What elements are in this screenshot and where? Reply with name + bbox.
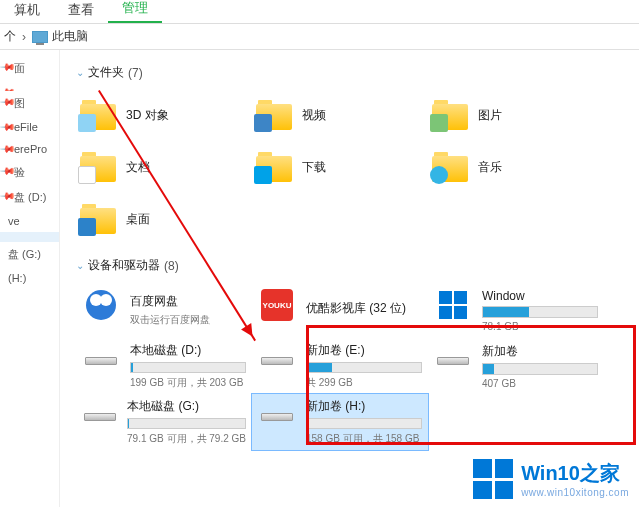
folder-label: 图片 (478, 107, 502, 124)
pin-icon: 📌 (0, 83, 16, 91)
sidebar-item[interactable]: 📌erePro (0, 138, 59, 160)
this-pc-icon (32, 31, 48, 43)
drive-capacity-bar (482, 306, 598, 318)
folder-icon (80, 152, 116, 182)
sidebar-item-label: 面 (14, 62, 25, 74)
drive-item[interactable]: Window78.1 GB (428, 282, 604, 338)
watermark-url: www.win10xitong.com (521, 487, 629, 498)
tab-manage[interactable]: 管理 (108, 0, 162, 23)
drive-subtitle: 199 GB 可用，共 203 GB (130, 376, 246, 390)
sidebar: 📌面📌📌图📌eFile📌erePro📌验📌盘 (D:)ve盘 (G:)(H:) (0, 50, 60, 507)
group-header-devices[interactable]: ⌄ 设备和驱动器 (8) (76, 257, 629, 274)
drive-subtitle: 78.1 GB (482, 321, 598, 332)
sidebar-item-label: eFile (14, 121, 38, 133)
sidebar-item[interactable]: (H:) (0, 267, 59, 289)
sidebar-item[interactable]: 📌盘 (D:) (0, 185, 59, 210)
windows-icon (439, 291, 467, 319)
group-count-folders: (7) (128, 66, 143, 80)
folder-label: 音乐 (478, 159, 502, 176)
baidu-icon (86, 290, 116, 320)
sidebar-item[interactable]: 盘 (G:) (0, 242, 59, 267)
drive-item[interactable]: YOUKU优酷影视库 (32 位) (252, 282, 428, 338)
breadcrumb-location[interactable]: 此电脑 (52, 28, 88, 45)
disk-icon (437, 357, 469, 365)
ribbon-tabs: 算机 查看 管理 (0, 0, 639, 24)
drive-capacity-bar (482, 363, 598, 375)
drive-item[interactable]: 新加卷 (H:)158 GB 可用，共 158 GB (252, 394, 428, 450)
sidebar-item-label: (H:) (8, 272, 26, 284)
windows-logo-icon (473, 459, 513, 499)
sidebar-item-label: 盘 (D:) (14, 191, 46, 203)
folder-item[interactable]: 文档 (76, 141, 252, 193)
group-count-devices: (8) (164, 259, 179, 273)
folder-item[interactable]: 下载 (252, 141, 428, 193)
folder-label: 视频 (302, 107, 326, 124)
group-title-devices: 设备和驱动器 (88, 257, 160, 274)
drive-title: Window (482, 289, 598, 303)
drive-title: 新加卷 (E:) (306, 342, 422, 359)
folder-icon (80, 204, 116, 234)
drive-subtitle: 407 GB (482, 378, 598, 389)
drive-subtitle: 共 299 GB (306, 376, 422, 390)
folder-icon (432, 100, 468, 130)
sidebar-item[interactable]: 📌 (0, 81, 59, 91)
drive-title: 新加卷 (H:) (306, 398, 422, 415)
folder-icon (256, 152, 292, 182)
drive-capacity-bar (127, 418, 246, 430)
sidebar-item[interactable] (0, 232, 59, 242)
drive-item[interactable]: 本地磁盘 (D:)199 GB 可用，共 203 GB (76, 338, 252, 394)
tab-computer[interactable]: 算机 (0, 0, 54, 23)
sidebar-item-label: 盘 (G:) (8, 248, 41, 260)
group-header-folders[interactable]: ⌄ 文件夹 (7) (76, 64, 629, 81)
disk-icon (261, 413, 293, 421)
sidebar-item[interactable]: 📌验 (0, 160, 59, 185)
disk-icon (84, 413, 116, 421)
tab-view[interactable]: 查看 (54, 0, 108, 23)
drive-title: 优酷影视库 (32 位) (306, 300, 422, 317)
folder-item[interactable]: 3D 对象 (76, 89, 252, 141)
sidebar-item[interactable]: ve (0, 210, 59, 232)
chevron-down-icon: ⌄ (76, 260, 84, 271)
drive-title: 新加卷 (482, 343, 598, 360)
drive-item[interactable]: 本地磁盘 (G:)79.1 GB 可用，共 79.2 GB (76, 394, 252, 450)
folder-icon (256, 100, 292, 130)
folder-item[interactable]: 音乐 (428, 141, 604, 193)
breadcrumb-up[interactable]: 个 (4, 28, 16, 45)
content-pane: ⌄ 文件夹 (7) 3D 对象视频图片文档下载音乐桌面 ⌄ 设备和驱动器 (8)… (60, 50, 639, 507)
folder-label: 文档 (126, 159, 150, 176)
folder-item[interactable]: 视频 (252, 89, 428, 141)
folder-label: 桌面 (126, 211, 150, 228)
sidebar-item-label: 图 (14, 97, 25, 109)
sidebar-item[interactable]: 📌图 (0, 91, 59, 116)
drive-title: 本地磁盘 (D:) (130, 342, 246, 359)
folders-grid: 3D 对象视频图片文档下载音乐桌面 (76, 89, 629, 245)
drive-item[interactable]: 新加卷407 GB (428, 338, 604, 394)
drive-item[interactable]: 新加卷 (E:)共 299 GB (252, 338, 428, 394)
drive-title: 本地磁盘 (G:) (127, 398, 246, 415)
breadcrumb-sep: › (22, 30, 26, 44)
drive-subtitle: 双击运行百度网盘 (130, 313, 246, 327)
folder-icon (432, 152, 468, 182)
breadcrumb[interactable]: 个 › 此电脑 (0, 24, 639, 50)
disk-icon (85, 357, 117, 365)
folder-label: 3D 对象 (126, 107, 169, 124)
drive-subtitle: 79.1 GB 可用，共 79.2 GB (127, 432, 246, 446)
folder-item[interactable]: 桌面 (76, 193, 252, 245)
sidebar-item-label: 验 (14, 166, 25, 178)
drive-item[interactable]: 百度网盘双击运行百度网盘 (76, 282, 252, 338)
folder-item[interactable]: 图片 (428, 89, 604, 141)
sidebar-item[interactable]: 📌面 (0, 56, 59, 81)
sidebar-item-label: ve (8, 215, 20, 227)
watermark: Win10之家 www.win10xitong.com (473, 459, 629, 499)
drive-title: 百度网盘 (130, 293, 246, 310)
sidebar-item-label: erePro (14, 143, 47, 155)
chevron-down-icon: ⌄ (76, 67, 84, 78)
sidebar-item[interactable]: 📌eFile (0, 116, 59, 138)
disk-icon (261, 357, 293, 365)
drives-grid: 百度网盘双击运行百度网盘YOUKU优酷影视库 (32 位)Window78.1 … (76, 282, 629, 450)
drive-subtitle: 158 GB 可用，共 158 GB (306, 432, 422, 446)
folder-label: 下载 (302, 159, 326, 176)
group-title-folders: 文件夹 (88, 64, 124, 81)
folder-icon (80, 100, 116, 130)
watermark-title: Win10之家 (521, 460, 629, 487)
